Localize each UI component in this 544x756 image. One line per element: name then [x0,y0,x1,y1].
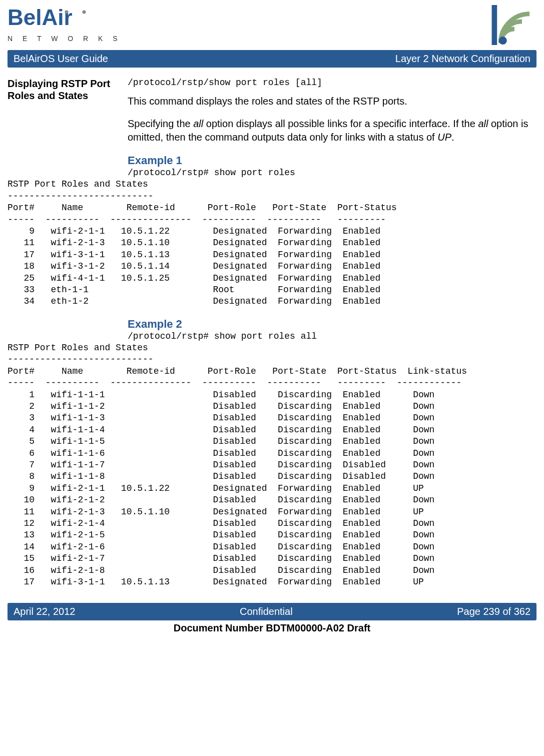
example-1-heading: Example 1 [128,154,536,167]
example-1-output: RSTP Port Roles and States -------------… [8,179,536,307]
svg-point-1 [65,11,69,14]
section-heading: Displaying RSTP Port Roles and States [8,78,118,179]
title-bar: BelAirOS User Guide Layer 2 Network Conf… [8,50,536,68]
wifi-arc-icon [491,5,536,45]
logo-sub: N E T W O R K S [8,35,122,43]
example-2-cmd: /protocol/rstp# show port roles all [128,331,536,342]
footer-date: April 22, 2012 [14,606,75,617]
example-1-cmd: /protocol/rstp# show port roles [128,167,536,179]
svg-point-4 [499,37,507,45]
svg-text:BelAir: BelAir [8,5,73,30]
command-syntax: /protocol/rstp/show port roles [all] [128,78,536,88]
example-2-heading: Example 2 [128,318,536,331]
logo-left: BelAir N E T W O R K S [8,5,122,43]
description-para-2: Specifying the all option displays all p… [128,117,536,144]
svg-point-2 [83,11,86,14]
footer-confidential: Confidential [240,606,293,617]
logo-main: BelAir [8,5,98,34]
body-text: /protocol/rstp/show port roles [all] Thi… [128,78,536,179]
document-number: Document Number BDTM00000-A02 Draft [8,622,536,634]
page-header: BelAir N E T W O R K S [8,5,536,45]
description-para-1: This command displays the roles and stat… [128,95,536,108]
footer-page: Page 239 of 362 [457,606,530,617]
svg-rect-3 [492,5,497,45]
example-2-output: RSTP Port Roles and States -------------… [8,342,536,588]
chapter-title: Layer 2 Network Configuration [395,53,530,65]
guide-title: BelAirOS User Guide [14,53,108,65]
footer-bar: April 22, 2012 Confidential Page 239 of … [8,603,536,620]
